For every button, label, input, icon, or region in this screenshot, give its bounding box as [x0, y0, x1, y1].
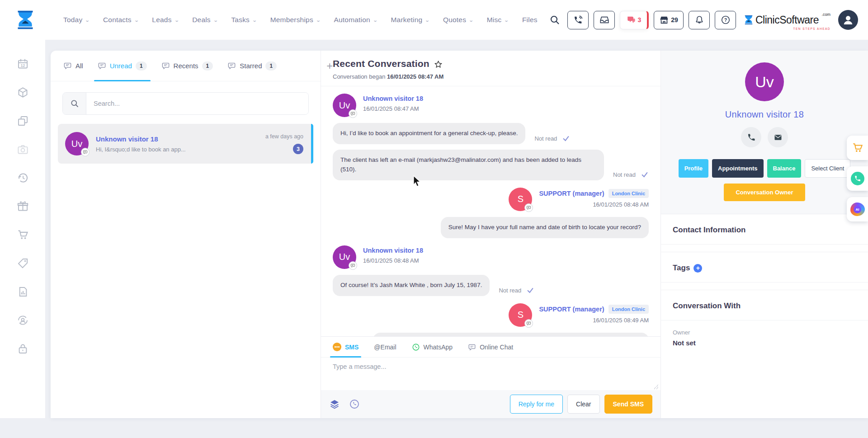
calendar-icon[interactable] — [17, 58, 29, 70]
message-bubble: Sure! May I have your full name and date… — [441, 217, 649, 238]
chevron-down-icon: ⌄ — [316, 18, 321, 23]
tab-recents[interactable]: Recents1 — [161, 51, 213, 81]
calls-button[interactable] — [567, 11, 589, 29]
copy-icon[interactable] — [17, 115, 29, 127]
channel-whatsapp[interactable]: WhatsApp — [412, 337, 453, 357]
check-icon — [562, 135, 570, 142]
selected-indicator — [311, 124, 313, 164]
owner-value: Not set — [673, 339, 856, 347]
cart-icon[interactable] — [17, 229, 29, 241]
message-bubble: Of course! It’s Jash Mark White , born J… — [333, 275, 490, 296]
inbox-button[interactable] — [594, 11, 615, 29]
quick-call-button[interactable] — [847, 166, 868, 191]
message-group: S SUPPORT (manager)London Clinic 16/01/2… — [333, 303, 649, 336]
check-icon — [527, 287, 534, 294]
contact-name: Unknown visitor 18 — [670, 109, 859, 120]
check-icon — [641, 171, 648, 179]
email-icon[interactable] — [768, 127, 788, 147]
quick-cart-button[interactable] — [847, 136, 868, 160]
contact-sections: Contact Information Tags+ Conversation W… — [661, 214, 868, 418]
user-sync-icon[interactable] — [17, 314, 29, 326]
lock-icon[interactable] — [17, 343, 29, 355]
chevron-down-icon: ⌄ — [174, 18, 179, 23]
help-button[interactable] — [715, 11, 736, 29]
chevron-down-icon: ⌄ — [468, 18, 474, 23]
conversation-search — [62, 92, 309, 115]
sender-name: Unknown visitor 18 — [363, 95, 423, 102]
message-time: 16/01/2025 08:48 AM — [539, 201, 649, 208]
nav-today[interactable]: Today⌄ — [63, 16, 90, 24]
hourglass-logo-icon — [744, 14, 754, 26]
balance-button[interactable]: Balance — [767, 159, 802, 178]
search-input[interactable] — [86, 93, 308, 114]
channel-sms[interactable]: SMS — [333, 337, 359, 357]
channel-tabs: SMS @Email WhatsApp Online Chat — [321, 337, 660, 358]
send-sms-button[interactable]: Send SMS — [604, 395, 652, 414]
channel-online-chat[interactable]: Online Chat — [468, 337, 513, 357]
nav-misc[interactable]: Misc⌄ — [487, 16, 509, 24]
camera-icon[interactable] — [17, 143, 29, 155]
tag-icon[interactable] — [17, 257, 29, 269]
conversation-name: Unknown visitor 18 — [96, 135, 186, 143]
chat-button[interactable]: 3 — [620, 11, 649, 29]
conversation-time: a few days ago — [265, 133, 303, 140]
clinic-badge: London Clinic — [609, 305, 649, 314]
chevron-down-icon: ⌄ — [134, 18, 139, 23]
nav-files[interactable]: Files — [522, 16, 538, 24]
tab-starred[interactable]: Starred1 — [227, 51, 277, 81]
workspace: All Unread1 Recents1 Starred1 + Uv — [0, 40, 868, 438]
owner-label: Owner — [673, 329, 856, 336]
report-icon[interactable] — [17, 286, 29, 298]
sms-icon — [333, 343, 341, 351]
chat-bubble-badge-icon — [524, 319, 533, 328]
channel-email[interactable]: @Email — [374, 337, 396, 357]
tab-unread[interactable]: Unread1 — [98, 51, 147, 81]
history-icon[interactable] — [17, 172, 29, 184]
nav-leads[interactable]: Leads⌄ — [152, 16, 179, 24]
resize-handle[interactable] — [654, 385, 659, 389]
nav-quotes[interactable]: Quotes⌄ — [443, 16, 473, 24]
nav-marketing[interactable]: Marketing⌄ — [391, 16, 429, 24]
chevron-down-icon: ⌄ — [504, 18, 509, 23]
message-input[interactable] — [333, 363, 649, 385]
message-group: Uv Unknown visitor 18 16/01/2025 08:48 A… — [333, 245, 649, 296]
notifications-button[interactable] — [689, 11, 710, 29]
store-button[interactable]: 29 — [654, 11, 684, 29]
nav-deals[interactable]: Deals⌄ — [192, 16, 217, 24]
appointments-button[interactable]: Appointments — [712, 159, 763, 178]
profile-button[interactable]: Profile — [679, 159, 708, 178]
user-avatar[interactable] — [838, 10, 858, 30]
quick-ai-button[interactable]: AI — [847, 197, 868, 221]
reply-for-me-button[interactable]: Reply for me — [510, 395, 563, 414]
nav-automation[interactable]: Automation⌄ — [334, 16, 377, 24]
ai-icon: AI — [850, 203, 865, 216]
conversation-header: Recent Conversation Conversation began 1… — [321, 51, 660, 86]
starred-count-badge: 1 — [265, 61, 277, 71]
main-card: All Unread1 Recents1 Starred1 + Uv — [51, 51, 868, 418]
package-icon[interactable] — [17, 86, 29, 99]
avatar: Uv — [745, 62, 784, 101]
conversation-owner-button[interactable]: Conversation Owner — [724, 184, 805, 201]
nav-contacts[interactable]: Contacts⌄ — [103, 16, 138, 24]
phone-icon[interactable] — [741, 127, 761, 147]
conversation-list-item[interactable]: Uv Unknown visitor 18 Hi, I&rsquo;d like… — [58, 124, 313, 164]
main-nav: Today⌄ Contacts⌄ Leads⌄ Deals⌄ Tasks⌄ Me… — [63, 16, 538, 24]
left-icon-rail — [0, 40, 45, 418]
tab-all[interactable]: All — [63, 51, 83, 81]
search-icon[interactable] — [547, 12, 562, 28]
select-client-button[interactable]: Select Client — [805, 159, 850, 178]
hourglass-logo-icon[interactable] — [14, 7, 37, 33]
templates-layers-icon[interactable] — [329, 399, 340, 410]
message-bubble: Hi, I’d like to book an appointment for … — [333, 123, 525, 144]
star-icon[interactable] — [434, 60, 443, 69]
nav-tasks[interactable]: Tasks⌄ — [231, 16, 256, 24]
nav-memberships[interactable]: Memberships⌄ — [270, 16, 321, 24]
gift-icon[interactable] — [17, 200, 29, 212]
clinic-crm-app: Today⌄ Contacts⌄ Leads⌄ Deals⌄ Tasks⌄ Me… — [0, 0, 868, 438]
conversation-preview: Hi, I&rsquo;d like to book an app... — [96, 146, 186, 153]
add-tag-icon[interactable]: + — [693, 264, 702, 273]
message-group: S SUPPORT (manager)London Clinic 16/01/2… — [333, 188, 649, 238]
whatsapp-icon[interactable] — [349, 399, 360, 410]
clear-button[interactable]: Clear — [567, 395, 599, 414]
message-bubble: Thank you, Mark I’ve found your record. … — [373, 333, 649, 336]
